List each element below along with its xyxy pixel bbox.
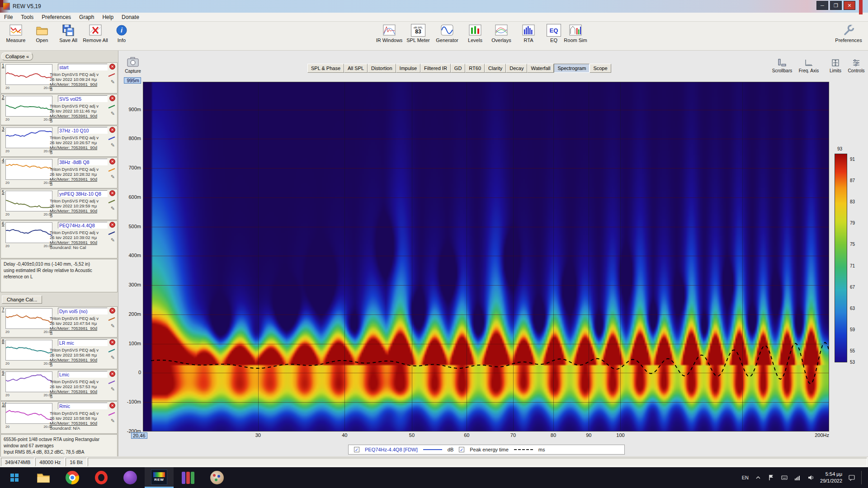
collapse-button[interactable]: Collapse « [1, 52, 33, 61]
close-button[interactable]: ✕ [844, 1, 855, 10]
measurement-item-2[interactable]: 22020.0kTriton DynSVS PEQ adj v26 Ιαν 20… [0, 94, 118, 125]
measurement-name-input[interactable] [58, 95, 108, 102]
tab-filtered-ir[interactable]: Filtered IR [420, 64, 451, 73]
edit-notes-icon[interactable]: ✎ [111, 386, 115, 392]
trace-style-icon[interactable] [108, 380, 115, 385]
edit-notes-icon[interactable]: ✎ [111, 418, 115, 424]
measurement-item-6[interactable]: 62020.0kTriton DynSVS PEQ adj v26 Ιαν 20… [0, 221, 118, 258]
measurement-name-input[interactable] [58, 222, 108, 229]
tab-all-spl[interactable]: All SPL [344, 64, 368, 73]
trace-style-icon[interactable] [108, 199, 115, 204]
trace-style-icon[interactable] [108, 348, 115, 353]
measure-button[interactable]: Measure [3, 24, 29, 43]
ir-windows-button[interactable]: IR Windows [376, 24, 402, 43]
tab-impulse[interactable]: Impulse [396, 64, 421, 73]
menu-donate[interactable]: Donate [118, 14, 143, 20]
file-explorer-button[interactable] [29, 467, 58, 488]
remove-all-button[interactable]: Remove All [82, 24, 108, 43]
measurement-name-input[interactable] [58, 159, 108, 165]
save-all-button[interactable]: Save All [55, 24, 81, 43]
opera-button[interactable] [87, 467, 116, 488]
measurement-item-10[interactable]: 102020.0kTriton DynSVS PEQ adj v26 Ιαν 2… [0, 401, 118, 434]
browser-button[interactable] [116, 467, 145, 488]
tab-spl-phase[interactable]: SPL & Phase [307, 64, 344, 73]
capture-button[interactable]: Capture [123, 57, 143, 74]
action-center-icon[interactable] [848, 474, 855, 481]
tab-waterfall[interactable]: Waterfall [527, 64, 554, 73]
trace-style-icon[interactable] [108, 412, 115, 416]
measurement-item-5[interactable]: 52020.0kTriton DynSVS PEQ adj v26 Ιαν 20… [0, 189, 118, 220]
delete-measurement-button[interactable]: ✕ [109, 64, 115, 70]
tray-expand-icon[interactable] [755, 474, 762, 481]
edit-notes-icon[interactable]: ✎ [111, 174, 115, 180]
delete-measurement-button[interactable]: ✕ [109, 190, 115, 196]
tab-rt60[interactable]: RT60 [465, 64, 485, 73]
edit-notes-icon[interactable]: ✎ [111, 323, 115, 329]
spectrogram-canvas[interactable] [143, 82, 829, 432]
network-icon[interactable] [794, 474, 801, 481]
volume-icon[interactable] [807, 474, 814, 481]
x-axis-min-value[interactable]: 20,46 [131, 432, 147, 439]
menu-help[interactable]: Help [98, 14, 118, 20]
edit-notes-icon[interactable]: ✎ [111, 142, 115, 148]
trace-style-icon[interactable] [108, 231, 115, 235]
overlays-button[interactable]: Overlays [488, 24, 514, 43]
tab-decay[interactable]: Decay [506, 64, 527, 73]
info-button[interactable]: i Info [108, 24, 135, 43]
touch-keyboard-icon[interactable] [781, 474, 788, 481]
trace-style-icon[interactable] [108, 136, 115, 141]
delete-measurement-button[interactable]: ✕ [109, 403, 115, 408]
maximize-button[interactable]: ❐ [830, 1, 842, 10]
trace-style-icon[interactable] [108, 317, 115, 321]
spl-meter-button[interactable]: dB SPL83 SPL Meter [405, 24, 431, 43]
menu-preferences[interactable]: Preferences [38, 14, 75, 20]
edit-notes-icon[interactable]: ✎ [111, 111, 115, 117]
measurement-name-input[interactable] [58, 339, 108, 346]
measurement-name-input[interactable] [58, 127, 108, 134]
rta-button[interactable]: RTA [515, 24, 542, 43]
measurement-name-input[interactable] [58, 190, 108, 197]
tab-distortion[interactable]: Distortion [368, 64, 396, 73]
pennant-icon[interactable] [768, 474, 775, 481]
measurement-item-9[interactable]: 92020.0kTriton DynSVS PEQ adj v26 Ιαν 20… [0, 370, 118, 401]
delete-measurement-button[interactable]: ✕ [109, 371, 115, 377]
tab-scope[interactable]: Scope [590, 64, 611, 73]
paint-button[interactable] [203, 467, 231, 488]
delete-measurement-button[interactable]: ✕ [109, 95, 115, 101]
trace-style-icon[interactable] [108, 104, 115, 109]
measurement-name-input[interactable] [58, 308, 108, 314]
edit-notes-icon[interactable]: ✎ [111, 237, 115, 243]
measurement-item-8[interactable]: 82020.0kTriton DynSVS PEQ adj v26 Ιαν 20… [0, 338, 118, 369]
levels-button[interactable]: Levels [462, 24, 488, 43]
delete-measurement-button[interactable]: ✕ [109, 339, 115, 345]
measurement-name-input[interactable] [58, 64, 108, 70]
menu-file[interactable]: File [0, 14, 17, 20]
freq-axis-button[interactable]: Freq. Axis [796, 58, 821, 73]
minimize-button[interactable]: ─ [816, 1, 828, 10]
delete-measurement-button[interactable]: ✕ [109, 159, 115, 164]
tab-gd[interactable]: GD [451, 64, 466, 73]
delete-measurement-button[interactable]: ✕ [109, 127, 115, 133]
spectrogram-plot[interactable] [143, 82, 829, 432]
edit-notes-icon[interactable]: ✎ [111, 79, 115, 85]
trace-style-icon[interactable] [108, 73, 115, 77]
measurement-name-input[interactable] [58, 403, 108, 409]
language-indicator[interactable]: EN [742, 475, 749, 480]
show-desktop-divider[interactable] [861, 471, 862, 484]
measurement-item-3[interactable]: 32020.0kTriton DynSVS PEQ adj v26 Ιαν 20… [0, 126, 118, 157]
tab-spectrogram[interactable]: Spectrogram [554, 64, 590, 73]
edit-notes-icon[interactable]: ✎ [111, 206, 115, 211]
winrar-button[interactable] [174, 467, 203, 488]
generator-button[interactable]: Generator [434, 24, 460, 43]
measurement-item-7[interactable]: 72020.0kTriton DynSVS PEQ adj v26 Ιαν 20… [0, 306, 118, 338]
peak-energy-checkbox[interactable]: ✓ [459, 447, 464, 452]
measurement-item-1[interactable]: 12020.0kTriton DynSVS PEQ adj v26 Ιαν 20… [0, 62, 118, 94]
menu-tools[interactable]: Tools [17, 14, 38, 20]
delete-measurement-button[interactable]: ✕ [109, 222, 115, 228]
measurement-name-input[interactable] [58, 371, 108, 378]
clock[interactable]: 5:54 μμ 29/1/2022 [820, 471, 842, 484]
start-button[interactable] [0, 467, 29, 488]
edit-notes-icon[interactable]: ✎ [111, 355, 115, 361]
y-axis-top-value[interactable]: 995m [124, 77, 141, 84]
change-cal-button[interactable]: Change Cal... [2, 296, 42, 304]
